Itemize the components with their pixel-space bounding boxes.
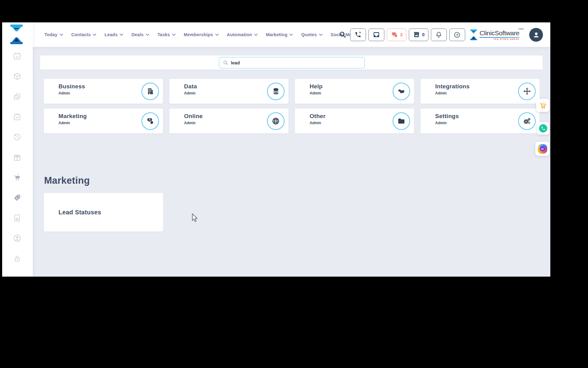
- search-icon[interactable]: [339, 31, 346, 38]
- card-data[interactable]: Data Admin: [169, 79, 288, 104]
- package-icon[interactable]: [12, 71, 22, 81]
- card-help[interactable]: Help Admin: [295, 79, 414, 104]
- brand-underline: [480, 37, 519, 38]
- main-nav: Today Contacts Leads Deals Tasks Members…: [44, 22, 358, 47]
- help-button[interactable]: ?: [449, 29, 465, 41]
- brand-tagline: TEN STEPS AHEAD: [480, 38, 519, 40]
- admin-cards-grid: Business Admin Data Admin Help Admin: [44, 79, 540, 133]
- content-area: Business Admin Data Admin Help Admin: [33, 47, 550, 277]
- chat-icon: [391, 31, 398, 38]
- calendar-12-icon[interactable]: 12: [12, 51, 22, 61]
- card-integrations[interactable]: Integrations Admin: [420, 79, 540, 104]
- gift-icon[interactable]: [12, 152, 22, 162]
- top-nav-bar: Today Contacts Leads Deals Tasks Members…: [2, 22, 550, 47]
- card-other[interactable]: Other Admin: [295, 109, 414, 133]
- card-business[interactable]: Business Admin: [44, 79, 163, 104]
- mouse-cursor: [191, 213, 199, 223]
- search-toolbar: [40, 56, 543, 70]
- ai-icon: AI: [538, 144, 547, 154]
- chevron-down-icon: [120, 34, 123, 36]
- left-sidebar: 12 $: [2, 22, 33, 277]
- history-icon[interactable]: [12, 132, 22, 142]
- user-avatar[interactable]: [529, 28, 543, 42]
- lock-icon[interactable]: [12, 254, 22, 263]
- section-title: Marketing: [44, 175, 90, 186]
- report-icon[interactable]: [12, 213, 22, 223]
- ai-widget-button[interactable]: AI: [535, 142, 549, 156]
- building-icon: [146, 87, 154, 95]
- nav-item-deals[interactable]: Deals: [131, 32, 149, 37]
- search-icon: [223, 60, 228, 65]
- help-icon: ?: [454, 31, 461, 38]
- inbox-button[interactable]: [368, 29, 384, 41]
- phone-icon: [355, 31, 361, 38]
- price-tags-icon[interactable]: $: [12, 193, 22, 203]
- bell-icon: [435, 31, 442, 38]
- order-calendar-icon[interactable]: [12, 112, 22, 122]
- nav-item-quotes[interactable]: Quotes: [301, 32, 322, 37]
- chevron-down-icon: [289, 34, 293, 36]
- brand-name: ClinicSoftware: [480, 29, 519, 36]
- chevron-down-icon: [319, 34, 322, 36]
- chevron-down-icon: [172, 34, 175, 36]
- store-count-badge: 0: [422, 32, 425, 37]
- chevron-down-icon: [254, 34, 258, 36]
- header-actions: 3 0 ?: [339, 22, 543, 47]
- chat-button[interactable]: 3: [387, 29, 406, 41]
- move-arrows-icon: [523, 87, 531, 95]
- chevron-down-icon: [60, 34, 63, 36]
- whatsapp-widget-button[interactable]: [537, 122, 549, 135]
- svg-text:$: $: [16, 197, 17, 200]
- copy-icon[interactable]: [12, 92, 22, 102]
- user-icon: [532, 31, 540, 39]
- nav-item-tasks[interactable]: Tasks: [157, 32, 175, 37]
- notifications-button[interactable]: [431, 29, 447, 41]
- app-window: Today Contacts Leads Deals Tasks Members…: [2, 22, 550, 277]
- cart-icon[interactable]: [12, 173, 22, 182]
- database-icon: [272, 87, 280, 95]
- card-marketing[interactable]: Marketing Admin $: [44, 109, 163, 133]
- brand-tld: .com: [518, 27, 524, 30]
- folder-icon: [397, 117, 405, 125]
- nav-item-automation[interactable]: Automation: [227, 32, 258, 37]
- handshake-icon: [397, 87, 405, 95]
- cart-widget-button[interactable]: [536, 99, 549, 112]
- whatsapp-icon: [539, 124, 547, 132]
- chevron-down-icon: [93, 34, 96, 36]
- ai-label: AI: [540, 146, 545, 151]
- card-settings[interactable]: Settings Admin: [420, 109, 540, 133]
- app-logo-hourglass: [8, 24, 25, 44]
- svg-text:$: $: [149, 118, 150, 121]
- card-online[interactable]: Online Admin: [169, 109, 288, 133]
- lead-statuses-card[interactable]: Lead Statuses: [44, 193, 163, 232]
- nav-item-leads[interactable]: Leads: [104, 32, 123, 37]
- gears-icon: [523, 117, 531, 125]
- search-input[interactable]: [231, 60, 353, 65]
- inbox-icon: [373, 31, 380, 38]
- brand-logo[interactable]: ClinicSoftware.com TEN STEPS AHEAD: [469, 29, 524, 40]
- store-button[interactable]: 0: [409, 29, 428, 41]
- store-icon: [413, 31, 420, 38]
- nav-item-memberships[interactable]: Memberships: [184, 32, 219, 37]
- module-search-box[interactable]: [219, 57, 365, 68]
- svg-text:?: ?: [456, 33, 458, 36]
- hourglass-logo-icon: [469, 29, 478, 40]
- nav-item-today[interactable]: Today: [44, 32, 63, 37]
- nav-item-marketing[interactable]: Marketing: [266, 32, 293, 37]
- cart-icon: [539, 102, 547, 109]
- svg-text:12: 12: [16, 56, 19, 59]
- money-chat-icon: $: [146, 117, 154, 125]
- chevron-down-icon: [215, 34, 219, 36]
- chat-count-badge: 3: [400, 32, 403, 37]
- phone-button[interactable]: [350, 29, 366, 41]
- globe-icon: [272, 117, 280, 125]
- nav-item-contacts[interactable]: Contacts: [71, 32, 96, 37]
- chevron-down-icon: [146, 34, 149, 36]
- account-icon[interactable]: [12, 233, 22, 243]
